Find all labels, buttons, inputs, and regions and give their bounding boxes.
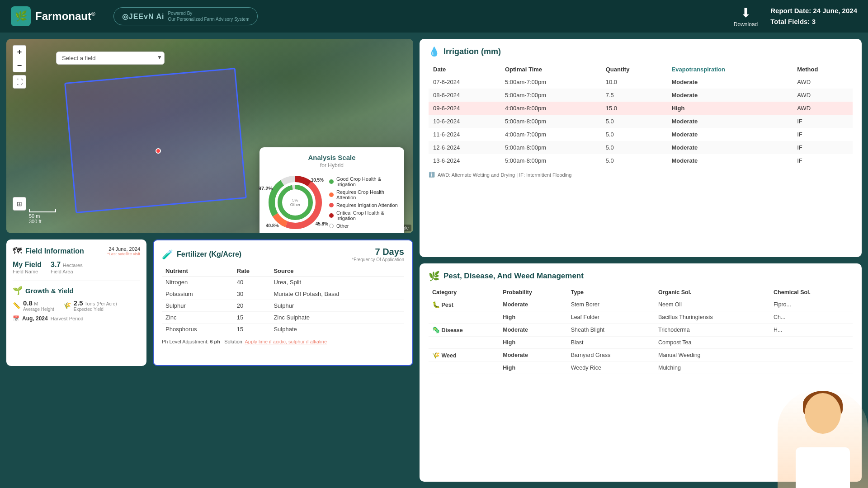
irr-qty-5: 5.0 [601, 141, 667, 154]
irr-date-3: 10-6-2024 [429, 115, 500, 128]
report-info: Report Date: 24 June, 2024 Total Fields:… [770, 5, 857, 27]
irr-method-0: AWD [793, 75, 853, 89]
fert-source-1: Muriate Of Potash, Basal [270, 288, 404, 300]
pest-chemical-5 [770, 362, 853, 374]
pest-table-header: Category Probability Type Organic Sol. C… [429, 287, 853, 298]
pest-organic-2: Trichoderma [655, 324, 770, 337]
irr-method-6: IF [793, 154, 853, 167]
irr-col-time: Optimal Time [500, 63, 601, 75]
pest-cat-2: 🦠 Disease [429, 324, 499, 337]
scale-bar [29, 209, 56, 212]
left-section: + − ⛶ ⊞ Select a field ▼ 50 m 300 ft [6, 39, 413, 482]
fert-col-rate: Rate [233, 266, 270, 277]
field-info-header: 🗺 Field Information 24 June, 2024 *Last … [13, 246, 140, 256]
header: 🌿 Farmonaut® ◎JEEvN Ai Powered By Our Pe… [0, 0, 868, 33]
irr-time-5: 5:00am-8:00pm [500, 141, 601, 154]
analysis-scale-title: Analysis Scale [266, 154, 398, 161]
irr-time-1: 5:00am-7:00pm [500, 89, 601, 102]
pest-cat-3 [429, 337, 499, 349]
zoom-in-button[interactable]: + [13, 45, 26, 59]
legend-dot-3 [329, 213, 334, 218]
irr-time-4: 4:00am-7:00pm [500, 128, 601, 141]
height-stat: 📏 0.8 M Average Height [13, 299, 54, 312]
legend-item-3: Critical Crop Health & Irrigation [329, 210, 398, 221]
irr-time-0: 5:00am-7:00pm [500, 75, 601, 89]
irr-row-3: 10-6-2024 5:00am-8:00pm 5.0 Moderate IF [429, 115, 853, 128]
irr-col-evap: Evapotranspiration [667, 63, 793, 75]
pest-organic-3: Compost Tea [655, 337, 770, 349]
field-stats: My Field Field Name 3.7 Hectares Field A… [13, 261, 140, 274]
irr-method-5: IF [793, 141, 853, 154]
irr-qty-4: 5.0 [601, 128, 667, 141]
pest-chemical-3 [770, 337, 853, 349]
irr-evap-1: Moderate [667, 89, 793, 102]
solution-link[interactable]: Apply lime if acidic, sulphur if alkalin… [245, 339, 327, 344]
irr-table-header: Date Optimal Time Quantity Evapotranspir… [429, 63, 853, 75]
pest-prob-2: Moderate [499, 324, 567, 337]
irr-evap-5: Moderate [667, 141, 793, 154]
pest-cat-5 [429, 362, 499, 374]
fertilizer-table: Nutrient Rate Source Nitrogen 40 Urea, S… [162, 266, 404, 335]
irr-row-6: 13-6-2024 5:00am-8:00pm 5.0 Moderate IF [429, 154, 853, 167]
fert-col-nutrient: Nutrient [162, 266, 233, 277]
fert-nutrient-0: Nitrogen [162, 277, 233, 288]
fert-row-1: Potassium 30 Muriate Of Potash, Basal [162, 288, 404, 300]
field-select-dropdown[interactable]: Select a field [56, 52, 165, 65]
height-icon: 📏 [13, 302, 20, 309]
irr-date-0: 07-6-2024 [429, 75, 500, 89]
irr-evap-6: Moderate [667, 154, 793, 167]
fert-row-2: Sulphur 20 Sulphur [162, 300, 404, 312]
info-icon: ℹ️ [429, 172, 435, 178]
pest-type-4: Barnyard Grass [567, 349, 655, 362]
pest-row-4: 🌾 Weed Moderate Barnyard Grass Manual We… [429, 349, 853, 362]
pest-organic-5: Mulching [655, 362, 770, 374]
farmonaut-logo-text: Farmonaut® [35, 10, 95, 23]
irr-qty-1: 7.5 [601, 89, 667, 102]
pest-chemical-2: H... [770, 324, 853, 337]
main-content: + − ⛶ ⊞ Select a field ▼ 50 m 300 ft [0, 33, 868, 488]
pest-prob-5: High [499, 362, 567, 374]
zoom-out-button[interactable]: − [13, 59, 26, 72]
pest-row-0: 🐛 Pest Moderate Stem Borer Neem Oil Fipr… [429, 298, 853, 311]
pest-col-organic: Organic Sol. [655, 287, 770, 298]
field-area-stat: 3.7 Hectares Field Area [51, 261, 83, 274]
growth-stats: 📏 0.8 M Average Height 🌾 2.5 Tons [13, 299, 140, 312]
pest-row-1: High Leaf Folder Bacillus Thuringiensis … [429, 311, 853, 324]
pest-cat-4: 🌾 Weed [429, 349, 499, 362]
fert-rate-4: 15 [233, 324, 270, 335]
irr-method-2: AWD [793, 102, 853, 115]
bottom-row: 🗺 Field Information 24 June, 2024 *Last … [6, 239, 413, 366]
growth-icon: 🌱 [13, 286, 23, 296]
pest-type-3: Blast [567, 337, 655, 349]
pest-col-type: Type [567, 287, 655, 298]
map-container[interactable]: + − ⛶ ⊞ Select a field ▼ 50 m 300 ft [6, 39, 413, 233]
irrigation-icon: 💧 [429, 46, 440, 57]
pest-table: Category Probability Type Organic Sol. C… [429, 287, 853, 374]
map-zoom-controls: + − [13, 45, 26, 72]
irr-qty-0: 10.0 [601, 75, 667, 89]
fullscreen-button[interactable]: ⛶ [13, 75, 26, 89]
fert-source-0: Urea, Split [270, 277, 404, 288]
irr-time-6: 5:00am-8:00pm [500, 154, 601, 167]
fertilizer-icon: 🧪 [162, 249, 173, 260]
cat-icon-4: 🌾 [432, 352, 440, 359]
field-info-card: 🗺 Field Information 24 June, 2024 *Last … [6, 239, 146, 366]
irr-time-2: 4:00am-8:00pm [500, 102, 601, 115]
pest-prob-0: Moderate [499, 298, 567, 311]
legend-dot-2 [329, 203, 334, 207]
donut-pct-irr: 45.8% [316, 221, 328, 226]
download-button[interactable]: ⬇ Download [734, 5, 758, 28]
harvest-row: 📅 Aug, 2024 Harvest Period [13, 315, 140, 322]
irr-qty-3: 5.0 [601, 115, 667, 128]
irr-evap-3: Moderate [667, 115, 793, 128]
donut-chart: 97.2% 10.5% 45.8% 40.8% 5% Other [266, 173, 325, 232]
download-label: Download [734, 21, 758, 28]
irrigation-footnote: ℹ️ AWD: Alternate Wetting and Drying | I… [429, 172, 853, 178]
fert-row-4: Phosphorus 15 Sulphate [162, 324, 404, 335]
jeevn-badge: ◎JEEvN Ai Powered By Our Personalized Fa… [113, 7, 258, 25]
donut-center-text: 5% Other [290, 198, 301, 207]
map-field-outline [64, 68, 247, 213]
layers-button[interactable]: ⊞ [13, 197, 26, 211]
cat-icon-2: 🦠 [432, 326, 440, 333]
fert-rate-2: 20 [233, 300, 270, 312]
